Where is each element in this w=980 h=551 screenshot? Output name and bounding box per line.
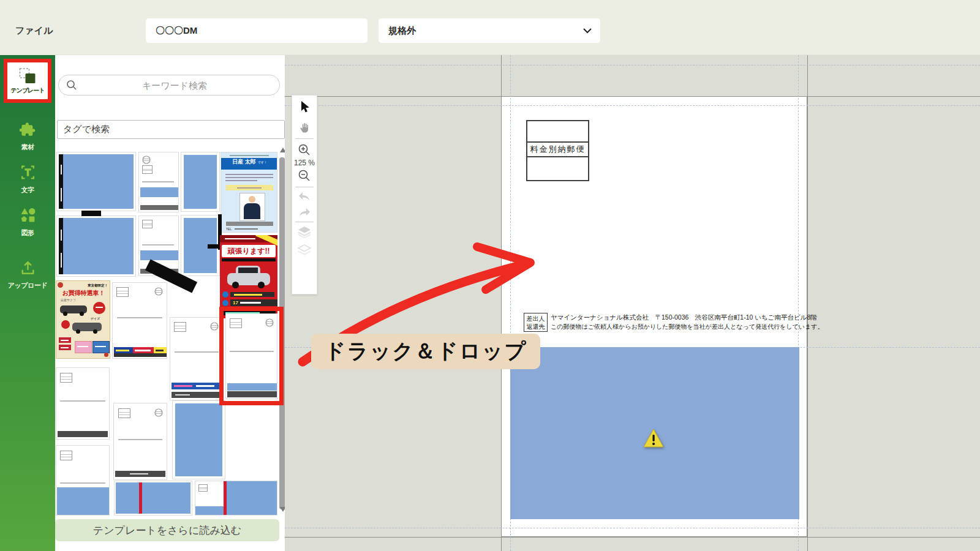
template-thumbnail[interactable] (181, 152, 219, 211)
keyword-search-input[interactable] (77, 80, 272, 91)
thumb-stamp-box (198, 484, 208, 492)
template-thumbnail[interactable] (170, 317, 223, 400)
sender-label-line: 返還先 (527, 323, 545, 331)
tag-search-input[interactable] (57, 120, 285, 139)
sidebar-item-upload[interactable]: アップロード (0, 260, 55, 290)
thumb-yellow-band (226, 185, 273, 190)
thumb-text-line (175, 394, 190, 395)
thumb-header: 日産 太郎 です！ (221, 158, 277, 170)
thumb-car-name: 日産サクラ (61, 298, 76, 302)
thumb-blue-band (195, 506, 224, 515)
undo-icon (298, 192, 311, 201)
template-thumbnail[interactable] (56, 216, 136, 277)
thumb-dark-band (222, 258, 276, 261)
cursor-icon (298, 100, 311, 114)
toolbar-divider (295, 187, 314, 187)
sidebar-item-material[interactable]: 素材 (0, 121, 55, 152)
hand-icon (298, 121, 311, 134)
thumb-text-line (116, 350, 129, 351)
thumb-floret (58, 282, 63, 288)
template-thumbnail[interactable]: 日産 太郎 です！ TEL (221, 152, 277, 233)
sidebar-item-shape[interactable]: 図形 (0, 207, 55, 238)
thumb-text-line (225, 180, 257, 181)
text-icon (20, 164, 36, 181)
thumb-stamp-box (118, 408, 130, 418)
artboard-line (285, 537, 980, 538)
upload-icon (20, 260, 36, 276)
sidebar-item-template[interactable]: テンプレート (4, 59, 51, 103)
layer-raise-icon (297, 227, 312, 238)
keyword-search (58, 75, 280, 96)
guide-line (285, 105, 980, 106)
format-select[interactable]: 規格外 (379, 18, 600, 43)
thumb-car-wheel (63, 312, 67, 316)
thumb-footer-band (58, 431, 108, 437)
template-thumbnail[interactable]: 頑張ります!! 17 (220, 235, 277, 318)
thumb-text-line (174, 385, 192, 387)
postage-stamp-box[interactable]: 料金別納郵便 (526, 120, 589, 181)
sidebar-item-text[interactable]: 文字 (0, 164, 55, 195)
thumb-text-line (235, 228, 258, 230)
template-thumbnail[interactable] (56, 367, 110, 440)
template-thumbnail[interactable] (56, 445, 110, 515)
thumb-text-line (135, 350, 151, 351)
zoom-in-button[interactable] (292, 143, 317, 157)
template-thumbnail[interactable] (112, 282, 167, 359)
guide-line (285, 65, 980, 66)
thumb-car-name: デイズ (91, 317, 100, 320)
thumb-text-line (234, 294, 262, 296)
thumb-logo-ring (142, 156, 151, 164)
thumb-dark-band (230, 292, 274, 297)
template-thumbnail[interactable] (114, 481, 192, 515)
load-more-templates-button[interactable]: テンプレートをさらに読み込む (55, 519, 279, 541)
thumb-header-name: 日産 太郎 (232, 158, 256, 166)
thumb-number-badge (222, 291, 228, 298)
thumb-text-line (225, 174, 273, 175)
template-thumbnail[interactable] (173, 401, 225, 479)
thumb-text-line (61, 347, 69, 348)
thumb-red-stripe (139, 482, 142, 514)
sender-label-line: 差出人 (527, 315, 545, 323)
thumb-footer-band (114, 353, 167, 357)
thumb-decoration (61, 188, 62, 201)
filename-input[interactable] (146, 18, 368, 43)
annotation-drag-drop-label: ドラック＆ドロップ (311, 334, 540, 369)
layer-lower-icon (297, 244, 312, 256)
thumb-badge-text: 東京都限定！ (88, 283, 108, 288)
thumb-text-line (230, 155, 269, 156)
redo-button[interactable] (292, 208, 317, 217)
select-tool-button[interactable] (292, 100, 317, 114)
thumb-text-line (95, 346, 106, 347)
zoom-out-button[interactable] (292, 169, 317, 182)
layer-lower-button[interactable] (292, 244, 317, 256)
thumb-badge-circle (93, 302, 105, 314)
sender-address-line[interactable]: ヤマインターナショナル株式会社 〒150-0036 渋谷区南平台町1-10 いち… (551, 313, 817, 322)
template-thumbnail[interactable] (195, 481, 277, 515)
undo-button[interactable] (292, 192, 317, 201)
thumb-flyer-title: 頑張ります!! (222, 245, 276, 257)
thumb-logo-ring (210, 322, 219, 331)
sidebar-item-label: 文字 (0, 186, 55, 195)
thumb-text-line (96, 307, 103, 308)
template-thumbnail[interactable] (113, 403, 167, 480)
thumb-tel-label: TEL (226, 227, 232, 231)
sender-notice-line[interactable]: この郵便物はご依頼人様からお預かりした郵便物を当社が差出人となって発送代行をして… (551, 323, 823, 331)
thumb-car-wheel (232, 282, 239, 288)
sender-label-box[interactable]: 差出人 返還先 (524, 313, 548, 332)
app-root: ファイル 規格外 テンプレート 素材 文字 (0, 0, 980, 551)
thumb-red-tag (59, 345, 71, 350)
zoom-out-icon (298, 169, 311, 182)
thumb-floret (104, 353, 108, 357)
template-thumbnail[interactable] (138, 152, 179, 212)
thumb-black-shape (81, 211, 101, 216)
canvas-toolbar: 125 % (292, 95, 317, 294)
format-select-value: 規格外 (388, 25, 416, 37)
hand-tool-button[interactable] (292, 121, 317, 134)
template-thumbnail[interactable] (56, 152, 136, 211)
guide-line (285, 528, 980, 528)
layer-raise-button[interactable] (292, 227, 317, 238)
search-icon (66, 80, 77, 91)
thumb-dark-band: 17 (230, 299, 277, 306)
thumb-text-line (196, 385, 214, 387)
template-thumbnail[interactable]: 東京都限定！ お買得特選車！ 日産サクラ デイズ (56, 280, 110, 359)
